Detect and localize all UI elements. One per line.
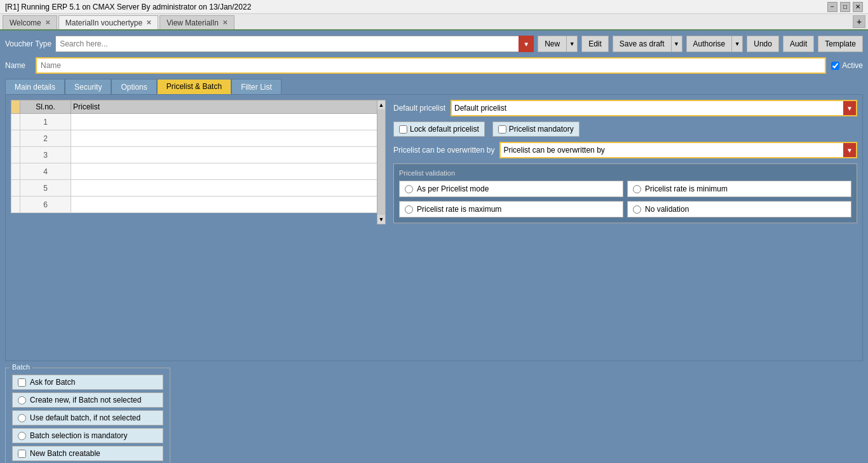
ask-for-batch-checkbox[interactable] [18, 378, 26, 387]
batch-new-creatable[interactable]: New Batch creatable [12, 446, 163, 461]
tab-add-button[interactable]: + [853, 15, 865, 28]
audit-button[interactable]: Audit [783, 36, 814, 52]
tab-materialin-vouchertype-close[interactable]: ✕ [146, 19, 151, 26]
authorise-dropdown-button[interactable]: ▼ [731, 36, 743, 52]
pricelist-mandatory-item[interactable]: Pricelist mandatory [492, 121, 580, 137]
minimize-button[interactable]: − [827, 2, 837, 12]
name-input[interactable] [36, 57, 826, 74]
tab-view-materialin-close[interactable]: ✕ [222, 19, 227, 26]
batch-selection-mandatory-radio[interactable] [18, 432, 26, 440]
template-button[interactable]: Template [818, 36, 863, 52]
new-button[interactable]: New [538, 36, 566, 52]
validation-radio-2[interactable] [633, 185, 641, 193]
validation-radio-3[interactable] [405, 205, 413, 214]
validation-label-2: Pricelist rate is minimum [645, 184, 728, 193]
validation-rate-maximum[interactable]: Pricelist rate is maximum [399, 201, 623, 218]
pricelist-mandatory-label[interactable]: Pricelist mandatory [509, 125, 574, 134]
row-num: 4 [20, 163, 71, 180]
active-checkbox-container: Active [831, 61, 863, 70]
sub-tab-filter-list[interactable]: Filter List [231, 79, 281, 94]
pricelist-checkbox-row: Lock default pricelist Pricelist mandato… [393, 121, 857, 137]
search-dropdown-button[interactable]: ▼ [519, 36, 534, 52]
tab-view-materialin-label: View MaterialIn [166, 18, 219, 27]
tab-welcome[interactable]: Welcome ✕ [3, 15, 57, 29]
sub-tab-security[interactable]: Security [65, 79, 111, 94]
validation-rate-minimum[interactable]: Pricelist rate is minimum [627, 181, 851, 197]
overwritten-by-dropdown[interactable]: Pricelist can be overwritten by ▼ [499, 142, 857, 158]
search-input[interactable] [55, 36, 534, 52]
save-as-draft-button[interactable]: Save as draft [613, 36, 671, 52]
tab-view-materialin[interactable]: View MaterialIn ✕ [159, 15, 234, 29]
batch-title: Batch [10, 363, 32, 371]
lock-default-label[interactable]: Lock default pricelist [410, 125, 479, 134]
pricelist-validation-title: Pricelist validation [399, 169, 851, 177]
sub-tab-options-label: Options [121, 83, 147, 92]
row-pricelist[interactable] [71, 180, 386, 197]
default-pricelist-arrow-icon[interactable]: ▼ [843, 101, 856, 115]
maximize-button[interactable]: □ [840, 2, 850, 12]
title-bar: [R1] Running ERP 5.1 on CMAX Server By a… [0, 0, 868, 14]
table-row: 4 [11, 163, 386, 180]
sub-tabs: Main details Security Options Pricelist … [5, 79, 863, 94]
validation-radio-4[interactable] [633, 205, 641, 214]
validation-as-per-mode[interactable]: As per Pricelist mode [399, 181, 623, 197]
active-label[interactable]: Active [842, 61, 863, 70]
tab-welcome-close[interactable]: ✕ [45, 19, 50, 26]
new-batch-creatable-label: New Batch creatable [30, 449, 100, 458]
validation-radio-1[interactable] [405, 185, 413, 193]
content-panel: Sl.no. Pricelist 1 2 [5, 94, 863, 361]
tab-welcome-label: Welcome [10, 18, 41, 27]
create-new-batch-radio[interactable] [18, 396, 26, 404]
row-pricelist[interactable] [71, 130, 386, 147]
batch-use-default[interactable]: Use default batch, if not selected [12, 410, 163, 425]
row-pricelist[interactable] [71, 114, 386, 130]
new-dropdown-button[interactable]: ▼ [566, 36, 578, 52]
sub-tab-main-details[interactable]: Main details [5, 79, 65, 94]
batch-ask-for-batch[interactable]: Ask for Batch [12, 375, 163, 390]
sub-tab-main-details-label: Main details [15, 83, 55, 92]
validation-grid: As per Pricelist mode Pricelist rate is … [399, 181, 851, 218]
new-batch-creatable-checkbox[interactable] [18, 450, 26, 458]
toolbar: Voucher Type ▼ New ▼ Edit Save as draft … [5, 36, 863, 52]
name-label: Name [5, 61, 31, 70]
window-controls: − □ ✕ [827, 2, 863, 12]
col-slno: Sl.no. [20, 100, 71, 114]
batch-selection-mandatory[interactable]: Batch selection is mandatory [12, 428, 163, 443]
table-row: 2 [11, 130, 386, 147]
tab-bar: Welcome ✕ MaterialIn vouchertype ✕ View … [0, 14, 868, 31]
sub-tab-options[interactable]: Options [111, 79, 156, 94]
default-pricelist-value: Default pricelist [454, 104, 506, 113]
authorise-button[interactable]: Authorise [686, 36, 732, 52]
sub-tab-pricelist-batch-label: Pricelist & Batch [166, 82, 222, 91]
undo-button[interactable]: Undo [747, 36, 779, 52]
voucher-type-label: Voucher Type [5, 39, 51, 48]
sub-tab-pricelist-batch[interactable]: Pricelist & Batch [157, 79, 231, 94]
name-row: Name Active [5, 57, 863, 74]
row-pricelist[interactable] [71, 163, 386, 180]
row-pricelist[interactable] [71, 147, 386, 163]
table-row: 5 [11, 180, 386, 197]
use-default-batch-label: Use default batch, if not selected [30, 413, 140, 422]
scroll-up-button[interactable]: ▲ [377, 100, 385, 109]
active-checkbox[interactable] [831, 62, 839, 70]
batch-create-new[interactable]: Create new, if Batch not selected [12, 392, 163, 408]
use-default-batch-radio[interactable] [18, 414, 26, 422]
batch-section: Batch Ask for Batch Create new, if Batch… [5, 368, 863, 463]
overwritten-by-label: Pricelist can be overwritten by [393, 146, 494, 155]
edit-button[interactable]: Edit [581, 36, 609, 52]
row-num: 1 [20, 114, 71, 130]
overwritten-by-arrow-icon[interactable]: ▼ [843, 143, 856, 157]
save-draft-btn-group: Save as draft ▼ [613, 36, 682, 52]
row-num: 2 [20, 130, 71, 147]
row-pricelist[interactable] [71, 197, 386, 213]
tab-materialin-vouchertype[interactable]: MaterialIn vouchertype ✕ [58, 15, 158, 29]
default-pricelist-dropdown[interactable]: Default pricelist ▼ [451, 100, 857, 116]
lock-default-checkbox[interactable] [399, 125, 407, 134]
close-button[interactable]: ✕ [853, 2, 863, 12]
scroll-down-button[interactable]: ▼ [377, 215, 385, 224]
validation-no-validation[interactable]: No validation [627, 201, 851, 218]
save-draft-dropdown-button[interactable]: ▼ [671, 36, 682, 52]
new-btn-group: New ▼ [538, 36, 578, 52]
lock-default-pricelist-item[interactable]: Lock default pricelist [393, 121, 485, 137]
pricelist-mandatory-checkbox[interactable] [498, 125, 506, 134]
